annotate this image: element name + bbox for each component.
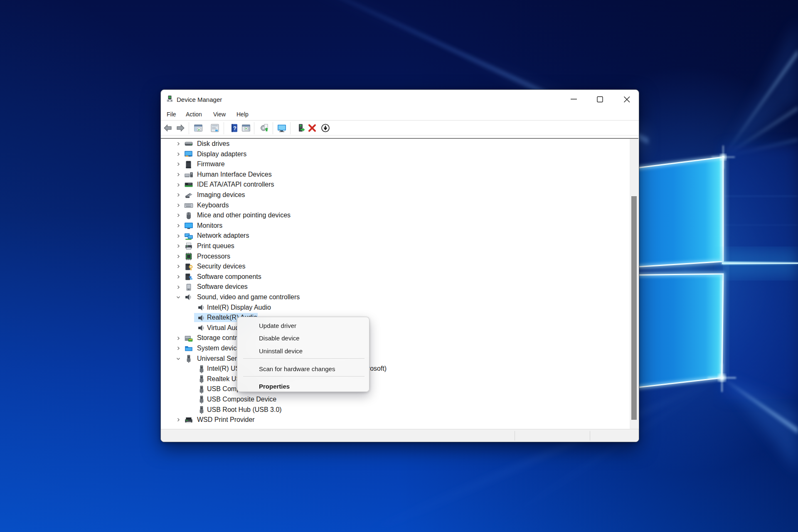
svg-text:?: ? xyxy=(233,125,236,131)
